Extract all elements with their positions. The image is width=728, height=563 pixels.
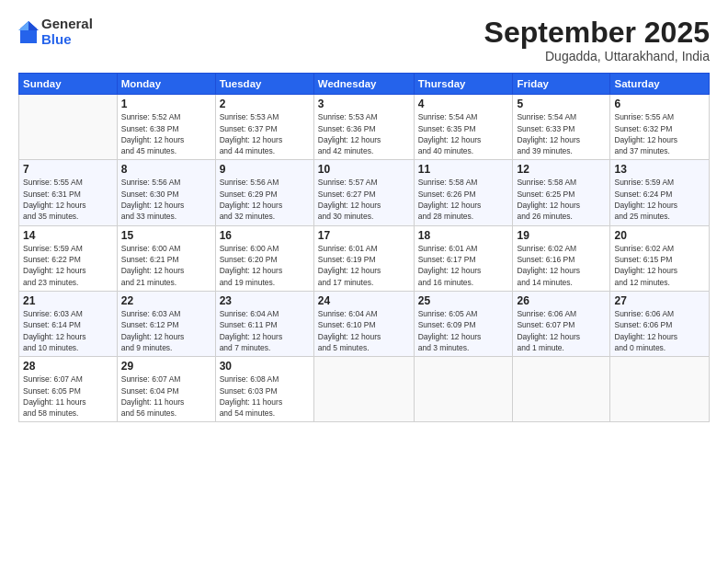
calendar-week-2: 7Sunrise: 5:55 AM Sunset: 6:31 PM Daylig… [19,160,710,225]
day-number: 19 [517,229,606,242]
day-number: 11 [418,163,509,176]
day-number: 1 [121,98,211,110]
day-number: 21 [23,294,113,307]
calendar-cell [414,357,513,422]
calendar-week-5: 28Sunrise: 6:07 AM Sunset: 6:05 PM Dayli… [19,357,710,422]
calendar-cell: 14Sunrise: 5:59 AM Sunset: 6:22 PM Dayli… [19,225,118,291]
day-number: 12 [517,163,606,176]
calendar-week-3: 14Sunrise: 5:59 AM Sunset: 6:22 PM Dayli… [19,225,710,291]
calendar-cell: 30Sunrise: 6:08 AM Sunset: 6:03 PM Dayli… [215,357,313,422]
day-number: 20 [614,229,705,242]
calendar-cell: 18Sunrise: 6:01 AM Sunset: 6:17 PM Dayli… [414,225,513,291]
day-number: 8 [121,163,211,176]
calendar-cell: 28Sunrise: 6:07 AM Sunset: 6:05 PM Dayli… [19,357,118,422]
day-info: Sunrise: 5:54 AM Sunset: 6:33 PM Dayligh… [517,111,606,156]
day-info: Sunrise: 5:59 AM Sunset: 6:24 PM Dayligh… [614,177,705,222]
col-saturday: Saturday [610,74,710,95]
calendar-cell: 10Sunrise: 5:57 AM Sunset: 6:27 PM Dayli… [313,160,414,225]
calendar-cell: 22Sunrise: 6:03 AM Sunset: 6:12 PM Dayli… [117,291,215,356]
day-number: 26 [517,294,606,307]
day-info: Sunrise: 5:59 AM Sunset: 6:22 PM Dayligh… [23,243,113,288]
logo: General Blue [18,17,93,47]
day-number: 4 [418,98,509,110]
calendar-cell: 15Sunrise: 6:00 AM Sunset: 6:21 PM Dayli… [117,225,215,291]
calendar-cell [610,357,710,422]
calendar-cell [19,95,118,160]
day-number: 15 [121,229,211,242]
day-info: Sunrise: 6:05 AM Sunset: 6:09 PM Dayligh… [418,308,509,353]
logo-blue: Blue [41,32,93,48]
day-number: 18 [418,229,509,242]
calendar-cell: 21Sunrise: 6:03 AM Sunset: 6:14 PM Dayli… [19,291,118,356]
day-info: Sunrise: 5:58 AM Sunset: 6:25 PM Dayligh… [517,177,606,222]
day-info: Sunrise: 6:01 AM Sunset: 6:19 PM Dayligh… [318,243,410,288]
calendar-cell: 2Sunrise: 5:53 AM Sunset: 6:37 PM Daylig… [215,95,313,160]
day-info: Sunrise: 5:53 AM Sunset: 6:36 PM Dayligh… [318,111,410,156]
day-number: 25 [418,294,509,307]
calendar-cell: 27Sunrise: 6:06 AM Sunset: 6:06 PM Dayli… [610,291,710,356]
calendar-cell: 5Sunrise: 5:54 AM Sunset: 6:33 PM Daylig… [513,95,610,160]
day-number: 16 [220,229,310,242]
col-friday: Friday [513,74,610,95]
calendar-cell: 7Sunrise: 5:55 AM Sunset: 6:31 PM Daylig… [19,160,118,225]
month-title: September 2025 [484,17,710,49]
day-number: 30 [220,360,310,373]
calendar-cell: 6Sunrise: 5:55 AM Sunset: 6:32 PM Daylig… [610,95,710,160]
calendar-cell: 4Sunrise: 5:54 AM Sunset: 6:35 PM Daylig… [414,95,513,160]
day-number: 27 [614,294,705,307]
day-number: 22 [121,294,211,307]
col-wednesday: Wednesday [313,74,414,95]
day-info: Sunrise: 5:56 AM Sunset: 6:30 PM Dayligh… [121,177,211,222]
day-info: Sunrise: 6:00 AM Sunset: 6:21 PM Dayligh… [121,243,211,288]
col-thursday: Thursday [414,74,513,95]
day-info: Sunrise: 5:56 AM Sunset: 6:29 PM Dayligh… [220,177,310,222]
svg-marker-2 [18,21,28,30]
calendar-cell: 16Sunrise: 6:00 AM Sunset: 6:20 PM Dayli… [215,225,313,291]
calendar-cell: 9Sunrise: 5:56 AM Sunset: 6:29 PM Daylig… [215,160,313,225]
title-block: September 2025 Dugadda, Uttarakhand, Ind… [484,17,710,63]
day-info: Sunrise: 6:02 AM Sunset: 6:15 PM Dayligh… [614,243,705,288]
day-info: Sunrise: 6:03 AM Sunset: 6:12 PM Dayligh… [121,308,211,353]
calendar-cell: 25Sunrise: 6:05 AM Sunset: 6:09 PM Dayli… [414,291,513,356]
calendar-cell: 8Sunrise: 5:56 AM Sunset: 6:30 PM Daylig… [117,160,215,225]
day-info: Sunrise: 6:07 AM Sunset: 6:05 PM Dayligh… [23,373,113,419]
day-number: 2 [220,98,310,110]
day-number: 24 [318,294,410,307]
calendar-cell: 24Sunrise: 6:04 AM Sunset: 6:10 PM Dayli… [313,291,414,356]
day-number: 5 [517,98,606,110]
calendar-cell: 3Sunrise: 5:53 AM Sunset: 6:36 PM Daylig… [313,95,414,160]
calendar-cell: 23Sunrise: 6:04 AM Sunset: 6:11 PM Dayli… [215,291,313,356]
calendar: Sunday Monday Tuesday Wednesday Thursday… [18,73,710,422]
calendar-cell: 29Sunrise: 6:07 AM Sunset: 6:04 PM Dayli… [117,357,215,422]
calendar-cell: 11Sunrise: 5:58 AM Sunset: 6:26 PM Dayli… [414,160,513,225]
day-number: 3 [318,98,410,110]
calendar-cell: 12Sunrise: 5:58 AM Sunset: 6:25 PM Dayli… [513,160,610,225]
day-info: Sunrise: 5:53 AM Sunset: 6:37 PM Dayligh… [220,111,310,156]
day-number: 14 [23,229,113,242]
day-number: 17 [318,229,410,242]
day-number: 6 [614,98,705,110]
day-info: Sunrise: 6:00 AM Sunset: 6:20 PM Dayligh… [220,243,310,288]
day-info: Sunrise: 6:04 AM Sunset: 6:10 PM Dayligh… [318,308,410,353]
logo-icon [18,19,39,45]
calendar-cell: 1Sunrise: 5:52 AM Sunset: 6:38 PM Daylig… [117,95,215,160]
col-tuesday: Tuesday [215,74,313,95]
calendar-cell [513,357,610,422]
day-number: 29 [121,360,211,373]
calendar-cell: 20Sunrise: 6:02 AM Sunset: 6:15 PM Dayli… [610,225,710,291]
day-info: Sunrise: 5:57 AM Sunset: 6:27 PM Dayligh… [318,177,410,222]
day-info: Sunrise: 5:54 AM Sunset: 6:35 PM Dayligh… [418,111,509,156]
day-info: Sunrise: 6:02 AM Sunset: 6:16 PM Dayligh… [517,243,606,288]
calendar-cell: 13Sunrise: 5:59 AM Sunset: 6:24 PM Dayli… [610,160,710,225]
day-info: Sunrise: 6:08 AM Sunset: 6:03 PM Dayligh… [220,373,310,419]
calendar-cell: 26Sunrise: 6:06 AM Sunset: 6:07 PM Dayli… [513,291,610,356]
calendar-cell: 17Sunrise: 6:01 AM Sunset: 6:19 PM Dayli… [313,225,414,291]
calendar-header-row: Sunday Monday Tuesday Wednesday Thursday… [19,74,710,95]
day-number: 9 [220,163,310,176]
day-info: Sunrise: 5:58 AM Sunset: 6:26 PM Dayligh… [418,177,509,222]
day-number: 7 [23,163,113,176]
subtitle: Dugadda, Uttarakhand, India [484,49,710,63]
day-info: Sunrise: 6:04 AM Sunset: 6:11 PM Dayligh… [220,308,310,353]
day-info: Sunrise: 5:52 AM Sunset: 6:38 PM Dayligh… [121,111,211,156]
day-number: 10 [318,163,410,176]
